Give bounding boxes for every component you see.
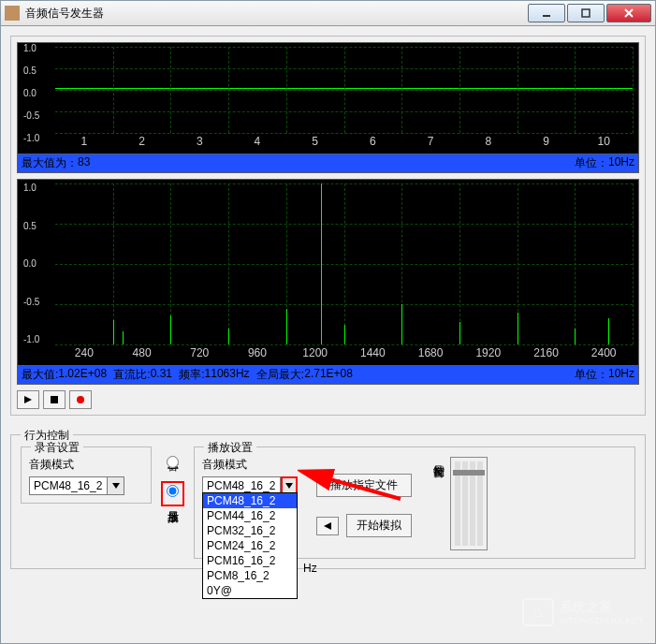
- play-mode-dropdown-list[interactable]: PCM48_16_2PCM44_16_2PCM32_16_2PCM24_16_2…: [202, 492, 298, 599]
- play-display-radio[interactable]: [167, 485, 179, 497]
- play-settings-group: 播放设置 音频模式 PCM48_16_2PCM44_16_2PCM32_16_2…: [194, 446, 635, 559]
- play-mode-option[interactable]: PCM32_16_2: [203, 523, 297, 538]
- freq-label: 频率:: [179, 367, 204, 383]
- stop-button[interactable]: [43, 390, 66, 409]
- record-group-title: 录音设置: [31, 440, 83, 456]
- waveform-info: 最大值为： 83 单位： 10Hz: [17, 154, 639, 173]
- prev-button[interactable]: [316, 517, 339, 535]
- play-mode-option[interactable]: 0Y@: [203, 583, 297, 598]
- spectrum-plot: 1.00.50.0-0.5-1.0 2404807209601200144016…: [17, 179, 639, 366]
- play-mode-label: 音频模式: [202, 457, 298, 473]
- svg-marker-4: [24, 396, 32, 403]
- behavior-group: 行为控制 录音设置 音频模式 录音显示 播放显示: [10, 434, 646, 569]
- record-button[interactable]: [69, 390, 92, 409]
- unit-value: 10Hz: [608, 155, 634, 171]
- maximize-button[interactable]: [567, 4, 605, 22]
- play-mode-option[interactable]: PCM24_16_2: [203, 538, 297, 553]
- play-mode-option[interactable]: PCM8_16_2: [203, 568, 297, 583]
- svg-marker-9: [324, 522, 331, 530]
- svg-marker-8: [285, 483, 293, 489]
- max-value: 83: [78, 155, 90, 171]
- titlebar: 音频信号发生器: [0, 0, 656, 26]
- dc-label: 直流比:: [113, 367, 150, 383]
- svg-marker-7: [112, 483, 120, 489]
- svg-point-6: [77, 396, 84, 403]
- window-title: 音频信号发生器: [25, 6, 528, 22]
- unit-label: 单位：: [575, 367, 608, 383]
- max-value: 1.02E+08: [58, 367, 107, 383]
- freq-value: 11063Hz: [205, 367, 250, 383]
- play-button[interactable]: [17, 390, 39, 409]
- dc-value: 0.31: [151, 367, 172, 383]
- play-group-title: 播放设置: [204, 440, 256, 456]
- record-display-radio[interactable]: [167, 456, 179, 468]
- window-body: 1.00.50.0-0.5-1.0 12345678910 最大值为： 83 单…: [0, 26, 656, 644]
- minimize-button[interactable]: [528, 4, 565, 22]
- play-mode-option[interactable]: PCM16_16_2: [203, 553, 297, 568]
- watermark: ⌂ 系统之家 XITONGZHIJIA.NET: [522, 598, 644, 626]
- record-mode-select[interactable]: [29, 476, 108, 495]
- close-button[interactable]: [606, 4, 651, 22]
- start-sim-button[interactable]: 开始模拟: [346, 514, 412, 537]
- app-icon: [5, 6, 20, 21]
- watermark-cn: 系统之家: [560, 599, 644, 616]
- hz-label: Hz: [303, 562, 317, 575]
- svg-rect-1: [582, 9, 590, 17]
- watermark-en: XITONGZHIJIA.NET: [560, 616, 644, 625]
- max-label: 最大值为：: [22, 155, 78, 171]
- unit-label: 单位：: [575, 155, 608, 171]
- play-file-button[interactable]: 播放指定文件: [316, 474, 412, 497]
- gmax-value: 2.71E+08: [304, 367, 353, 383]
- waveform-plot: 1.00.50.0-0.5-1.0 12345678910: [17, 42, 639, 154]
- svg-rect-5: [51, 396, 58, 403]
- volume-sliders[interactable]: [450, 457, 488, 550]
- record-mode-label: 音频模式: [29, 457, 143, 473]
- play-mode-option[interactable]: PCM44_16_2: [203, 508, 297, 523]
- record-mode-dropdown-button[interactable]: [108, 476, 124, 495]
- play-mode-option[interactable]: PCM48_16_2: [203, 493, 297, 508]
- max-label: 最大值:: [22, 367, 58, 383]
- spectrum-info: 最大值: 1.02E+08 直流比: 0.31 频率: 11063Hz 全局最大…: [17, 366, 639, 385]
- house-icon: ⌂: [522, 598, 554, 626]
- gmax-label: 全局最大:: [256, 367, 304, 383]
- plots-panel: 1.00.50.0-0.5-1.0 12345678910 最大值为： 83 单…: [10, 36, 646, 416]
- record-settings-group: 录音设置 音频模式: [21, 446, 152, 504]
- unit-value: 10Hz: [608, 367, 634, 383]
